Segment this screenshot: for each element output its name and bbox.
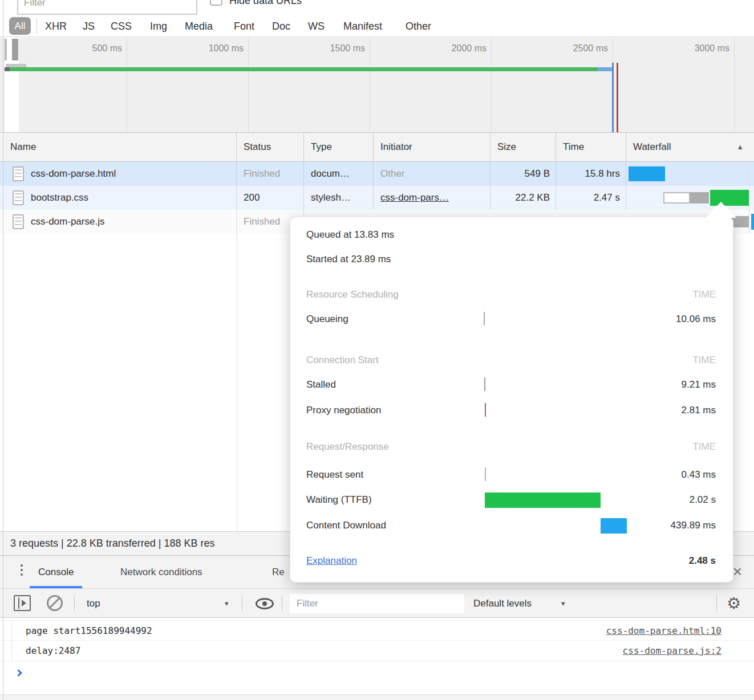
- drawer-tab-console[interactable]: Console: [30, 556, 82, 588]
- column-header-size[interactable]: Size: [490, 133, 556, 161]
- waterfall-stalled-bar[interactable]: [663, 192, 690, 204]
- waterfall-download-bar[interactable]: [629, 166, 665, 181]
- column-header-status[interactable]: Status: [237, 133, 304, 161]
- request-status-cell: 200: [237, 186, 304, 210]
- timing-label-queueing: Queueing: [306, 314, 348, 325]
- timing-bar-queueing: [484, 312, 485, 325]
- timeline-tick: 500 ms: [71, 43, 122, 54]
- type-tab-media[interactable]: Media: [185, 16, 213, 36]
- column-header-name[interactable]: Name: [0, 133, 237, 161]
- type-tab-js[interactable]: JS: [83, 16, 95, 36]
- execution-context-selector[interactable]: top: [87, 589, 100, 618]
- console-filter-input[interactable]: [290, 594, 464, 613]
- timing-value-stalled: 9.21 ms: [682, 379, 716, 390]
- gridline: [127, 38, 127, 132]
- time-column-header: TIME: [692, 441, 716, 453]
- hide-data-urls-label: Hide data URLs: [229, 0, 302, 8]
- waterfall-header-label: Waterfall: [633, 141, 671, 152]
- request-name-cell: bootstrap.css: [0, 186, 237, 210]
- request-status-cell: Finished: [237, 162, 304, 186]
- devtools-network-panel: Hide data URLs All XHR JS CSS Img Media …: [0, 0, 754, 700]
- overview-waiting-bar: [10, 67, 598, 71]
- type-tab-css[interactable]: CSS: [111, 16, 132, 36]
- waterfall-gridline: [749, 162, 749, 234]
- toolbar-divider: [716, 595, 717, 611]
- console-message-text: page start1556189944992: [26, 621, 152, 641]
- document-icon: [13, 190, 24, 205]
- column-header-time[interactable]: Time: [556, 133, 626, 161]
- request-time-cell: 15.8 hrs: [556, 162, 626, 186]
- hide-data-urls-checkbox[interactable]: [210, 0, 222, 6]
- document-icon: [13, 214, 24, 229]
- timing-value-queueing: 10.06 ms: [676, 314, 716, 325]
- overview-grip-handle[interactable]: [12, 39, 18, 60]
- gear-icon[interactable]: ⚙: [727, 589, 741, 618]
- timing-total: 2.48 s: [689, 555, 716, 567]
- column-header-initiator[interactable]: Initiator: [374, 133, 490, 161]
- overview-grip-handle[interactable]: [5, 39, 7, 60]
- column-header-waterfall[interactable]: Waterfall ▲: [626, 133, 754, 161]
- request-row-html[interactable]: css-dom-parse.html Finished docum… Other…: [0, 162, 754, 186]
- timeline-tick: 2500 ms: [557, 43, 608, 54]
- console-toolbar: top ▾ Default levels ▾ ⚙: [0, 588, 754, 618]
- request-timing-popup: Queued at 13.83 ms Started at 23.89 ms R…: [290, 217, 733, 583]
- drawer-menu-icon[interactable]: [21, 564, 23, 576]
- section-request-response: Request/Response: [306, 441, 389, 453]
- chevron-down-icon[interactable]: ▾: [561, 589, 565, 618]
- explanation-link[interactable]: Explanation: [306, 555, 357, 567]
- console-prompt-chevron-icon: [15, 669, 22, 677]
- type-tab-doc[interactable]: Doc: [272, 16, 290, 36]
- type-tab-ws[interactable]: WS: [308, 16, 325, 36]
- live-expression-eye-icon[interactable]: [256, 598, 274, 609]
- timing-label-stalled: Stalled: [306, 379, 336, 390]
- console-sidebar-toggle-icon[interactable]: [14, 595, 31, 611]
- gridline: [370, 38, 370, 132]
- column-header-type[interactable]: Type: [304, 133, 374, 161]
- drawer-bottom-strip: [0, 694, 754, 700]
- type-tab-manifest[interactable]: Manifest: [343, 16, 382, 36]
- overview-bar-start-segment: [5, 67, 10, 71]
- tab-separator: [37, 18, 37, 34]
- toolbar-divider: [242, 595, 242, 611]
- network-filter-input[interactable]: [17, 0, 197, 15]
- sort-ascending-icon: ▲: [736, 133, 744, 161]
- console-prompt[interactable]: [0, 661, 754, 687]
- console-message-text: delay:2487: [26, 641, 80, 661]
- dock-divider: [3, 0, 3, 700]
- drawer-tab-network-conditions[interactable]: Network conditions: [112, 556, 211, 588]
- type-tab-font[interactable]: Font: [234, 16, 254, 36]
- type-tab-other[interactable]: Other: [406, 16, 431, 36]
- requests-table-header: Name Status Type Initiator Size Time Wat…: [0, 132, 754, 162]
- request-name-cell: css-dom-parse.html: [0, 162, 237, 186]
- chevron-down-icon[interactable]: ▾: [225, 589, 229, 618]
- timeline-tick: 3000 ms: [678, 43, 729, 54]
- document-icon: [13, 166, 24, 181]
- toolbar-divider: [74, 595, 75, 611]
- time-column-header: TIME: [692, 355, 716, 366]
- network-overview-timeline[interactable]: 500 ms 1000 ms 1500 ms 2000 ms 2500 ms 3…: [0, 38, 754, 132]
- request-initiator-cell: css-dom-pars…: [374, 186, 490, 210]
- overview-download-bar: [598, 67, 613, 71]
- time-column-header: TIME: [692, 289, 716, 300]
- drawer-tab-requests[interactable]: Re: [264, 556, 293, 588]
- column-divider[interactable]: [237, 234, 237, 531]
- console-source-link[interactable]: css-dom-parse.js:2: [623, 641, 721, 661]
- console-message: delay:2487 css-dom-parse.js:2: [0, 641, 754, 661]
- timeline-tick: 2000 ms: [435, 43, 487, 54]
- log-levels-selector[interactable]: Default levels: [473, 589, 532, 618]
- timing-bar-proxy: [485, 403, 486, 417]
- console-source-link[interactable]: css-dom-parse.html:10: [606, 621, 721, 641]
- clear-console-icon[interactable]: [47, 595, 63, 611]
- queued-at-line: Queued at 13.83 ms: [306, 229, 394, 241]
- request-row-bootstrap-css[interactable]: bootstrap.css 200 stylesh… css-dom-pars……: [0, 186, 754, 210]
- waterfall-download-bar[interactable]: [751, 214, 754, 230]
- started-at-line: Started at 23.89 ms: [306, 254, 391, 265]
- resource-type-tabs: All XHR JS CSS Img Media Font Doc WS Man…: [0, 16, 754, 37]
- timing-label-proxy: Proxy negotiation: [306, 405, 381, 416]
- type-tab-xhr[interactable]: XHR: [45, 16, 67, 36]
- timing-value-request-sent: 0.43 ms: [682, 469, 716, 481]
- type-tab-img[interactable]: Img: [150, 16, 167, 36]
- initiator-link[interactable]: css-dom-pars…: [380, 192, 449, 203]
- type-tab-all[interactable]: All: [9, 17, 31, 35]
- request-name-cell: css-dom-parse.js: [0, 210, 237, 234]
